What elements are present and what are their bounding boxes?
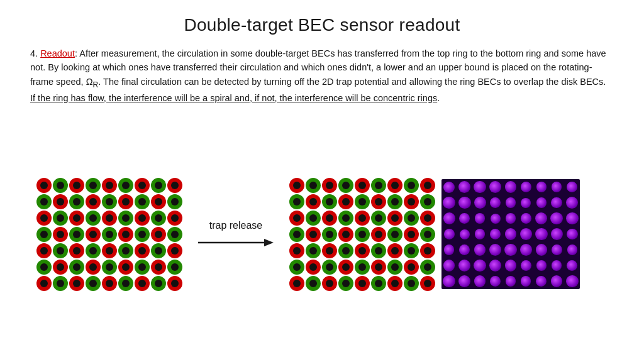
bec-cell xyxy=(322,211,337,226)
bec-cell xyxy=(338,276,353,291)
purple-dot xyxy=(457,179,472,195)
bec-cell xyxy=(338,243,353,258)
purple-dot xyxy=(472,195,487,211)
bec-cell xyxy=(118,243,133,258)
purple-dot xyxy=(487,258,502,273)
purple-interference-image xyxy=(441,179,580,289)
purple-dot xyxy=(503,179,518,195)
bec-cell xyxy=(404,243,419,258)
purple-dot xyxy=(472,226,487,242)
bec-cell xyxy=(86,211,101,226)
bec-cell xyxy=(306,211,321,226)
bec-cell xyxy=(167,276,182,291)
purple-dot xyxy=(549,179,564,195)
bec-cell xyxy=(86,227,101,242)
purple-dot xyxy=(441,242,457,258)
purple-dot xyxy=(518,242,533,258)
bec-cell xyxy=(135,178,150,193)
purple-dot xyxy=(534,242,549,258)
bec-cell xyxy=(102,178,117,193)
bec-cell xyxy=(371,178,386,193)
bec-cell xyxy=(86,194,101,209)
purple-dot xyxy=(487,179,502,195)
purple-dot xyxy=(503,258,518,273)
bec-grid-right xyxy=(289,178,435,291)
purple-dot xyxy=(565,226,580,242)
readout-link[interactable]: Readout xyxy=(40,48,75,58)
bec-cell xyxy=(118,227,133,242)
purple-dot xyxy=(487,195,502,211)
bec-cell xyxy=(371,260,386,275)
bec-cell xyxy=(167,227,182,242)
bec-cell xyxy=(118,194,133,209)
bec-cell xyxy=(371,243,386,258)
purple-dot xyxy=(549,226,564,242)
bec-cell xyxy=(53,276,68,291)
trap-release-area: trap release xyxy=(182,220,289,249)
bec-cell xyxy=(102,211,117,226)
bec-cell xyxy=(69,211,84,226)
bec-cell xyxy=(53,260,68,275)
purple-dot xyxy=(472,242,487,258)
bec-cell xyxy=(135,194,150,209)
bec-cell xyxy=(102,227,117,242)
bec-cell xyxy=(420,211,435,226)
bec-cell xyxy=(420,243,435,258)
bec-cell xyxy=(53,194,68,209)
bec-cell xyxy=(289,276,304,291)
bec-cell xyxy=(420,178,435,193)
purple-dot xyxy=(457,211,472,226)
bec-cell xyxy=(36,243,52,258)
purple-dot xyxy=(518,211,533,226)
bec-cell xyxy=(322,227,337,242)
bec-cell xyxy=(151,260,166,275)
purple-dot xyxy=(503,195,518,211)
purple-dot xyxy=(441,179,457,195)
bec-cell xyxy=(420,260,435,275)
bec-cell xyxy=(306,243,321,258)
purple-dot xyxy=(534,195,549,211)
bec-cell xyxy=(306,260,321,275)
bec-cell xyxy=(371,211,386,226)
bec-cell xyxy=(167,260,182,275)
purple-dot xyxy=(503,273,518,289)
section-number: 4. xyxy=(30,48,38,58)
bec-cell xyxy=(53,227,68,242)
bec-cell xyxy=(36,178,52,193)
bec-cell xyxy=(404,194,419,209)
bec-cell xyxy=(420,227,435,242)
purple-dot xyxy=(441,273,457,289)
purple-dot xyxy=(457,258,472,273)
bec-cell xyxy=(135,276,150,291)
purple-dot xyxy=(441,258,457,273)
bec-cell xyxy=(322,276,337,291)
purple-dot xyxy=(565,195,580,211)
bec-cell xyxy=(118,276,133,291)
purple-dot xyxy=(518,258,533,273)
purple-dot xyxy=(487,226,502,242)
purple-dot xyxy=(441,211,457,226)
bec-cell xyxy=(355,276,370,291)
purple-dot xyxy=(472,211,487,226)
purple-dot xyxy=(457,226,472,242)
bec-cell xyxy=(322,178,337,193)
bec-cell xyxy=(289,260,304,275)
purple-dot xyxy=(457,273,472,289)
bec-cell xyxy=(135,260,150,275)
arrow xyxy=(198,236,274,249)
purple-dot xyxy=(549,258,564,273)
bec-cell xyxy=(135,243,150,258)
purple-dot xyxy=(565,179,580,195)
bec-cell xyxy=(151,227,166,242)
bec-cell xyxy=(69,227,84,242)
bec-cell xyxy=(322,194,337,209)
slide: Double-target BEC sensor readout 4. Read… xyxy=(0,0,644,362)
purple-dot xyxy=(534,258,549,273)
purple-dot xyxy=(487,211,502,226)
bec-cell xyxy=(86,260,101,275)
purple-dot xyxy=(472,258,487,273)
bec-cell xyxy=(69,276,84,291)
bec-cell xyxy=(102,243,117,258)
bec-cell xyxy=(53,178,68,193)
bec-cell xyxy=(86,276,101,291)
